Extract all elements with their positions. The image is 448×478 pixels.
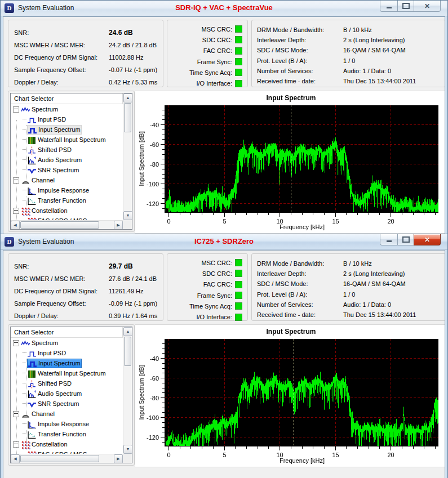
tree-item-constellation[interactable]: Constellation [11,206,123,216]
tree-item-content: Input Spectrum [27,359,82,368]
tree-item-content: Audio Spectrum [27,389,83,399]
status-indicator-green [235,270,242,277]
tree-item-shifted-psd[interactable]: Shifted PSD [11,145,123,155]
info-label: Received time - date: [257,78,343,84]
tree-item-input-psd[interactable]: Input PSD [11,348,123,358]
tree-item-transfer-function[interactable]: Transfer Function [11,429,123,439]
tree-expander-minus-icon[interactable] [13,411,19,417]
tree-expander-minus-icon[interactable] [13,441,19,448]
tree-item-audio-spectrum[interactable]: Audio Spectrum [11,388,123,399]
info-value: Audio: 1 / Data: 0 [343,68,391,74]
scroll-left-button[interactable]: ◀ [11,454,20,463]
tree-item-snr-spectrum[interactable]: SNR Spectrum [11,399,123,409]
maximize-button[interactable] [398,1,414,12]
tree-item-audio-spectrum[interactable]: Audio Spectrum [11,155,123,165]
minimize-button[interactable] [380,1,398,12]
minimize-button[interactable] [380,234,398,245]
tree-item-impulse-response[interactable]: Impulse Response [11,419,123,429]
horizontal-scrollbar[interactable]: ◀▶ [11,454,123,463]
titlebar[interactable]: D System Evaluation IC725 + SDRZero ✕ [1,234,447,250]
tree-item-content: Spectrum [21,105,59,114]
tree-expander-minus-icon[interactable] [13,177,19,184]
tree-item-content: FAC / SDC / MSC [27,450,88,454]
vertical-scrollbar[interactable]: ▲▼ [123,93,132,220]
stat-value: 27.6 dB / 24.1 dB [109,275,157,282]
scroll-right-button[interactable]: ▶ [114,221,123,230]
close-button[interactable]: ✕ [414,234,441,245]
tree-item-waterfall-input-spectrum[interactable]: Waterfall Input Spectrum [11,368,123,378]
tree-item-label: Impulse Response [38,421,89,427]
tree-item-shifted-psd[interactable]: Shifted PSD [11,378,123,388]
tree-guide-stub [22,363,27,364]
tree-expander-minus-icon[interactable] [13,106,19,113]
info-row: SDC / MSC Mode:16-QAM / SM 64-QAM [257,45,443,55]
vertical-scroll-thumb[interactable] [124,103,131,132]
tree-item-content: Transfer Function [27,196,87,206]
info-row: DRM Mode / Bandwidth:B / 10 kHz [257,258,443,269]
tree-rows: SpectrumInput PSDInput SpectrumWaterfall… [11,338,123,454]
horizontal-scroll-thumb[interactable] [20,455,99,462]
scroll-down-button[interactable]: ▼ [123,211,132,220]
plot-x-axis-label: Frequency [kHz] [280,457,325,464]
shifted-psd-icon [27,379,37,388]
tree-item-input-spectrum[interactable]: Input Spectrum [11,358,123,368]
tree-guide-stub [22,129,27,130]
vertical-scrollbar[interactable]: ▲▼ [123,327,132,454]
tree-item-content: Waterfall Input Spectrum [27,135,107,145]
waterfall-icon [27,136,37,144]
scroll-up-button[interactable]: ▲ [123,327,132,336]
tree-item-content: FAC / SDC / MSC [27,216,88,221]
tree-item-fac-sdc-msc[interactable]: FAC / SDC / MSC [11,216,123,220]
scroll-down-button[interactable]: ▼ [123,445,132,454]
maximize-button[interactable] [398,234,414,245]
info-value: 1 / 0 [343,57,355,64]
sync-flags-groupbox: MSC CRC:SDC CRC:FAC CRC:Frame Sync:Time … [167,20,248,87]
scroll-right-button[interactable]: ▶ [114,454,123,463]
tree-item-label: Shifted PSD [38,380,72,387]
close-button[interactable]: ✕ [414,1,441,12]
tree-item-channel[interactable]: Channel [11,175,123,185]
tree-item-constellation[interactable]: Constellation [11,439,123,449]
tree-item-input-psd[interactable]: Input PSD [11,114,123,124]
status-indicator-green [235,69,242,76]
stat-value: 0.39 Hz / 1.64 ms [109,312,157,319]
info-value: B / 10 kHz [343,260,372,267]
info-row: DRM Mode / Bandwidth:B / 10 kHz [257,25,443,35]
tree-item-input-spectrum[interactable]: Input Spectrum [11,124,123,135]
tree-expander-minus-icon[interactable] [13,340,19,346]
tree-item-impulse-response[interactable]: Impulse Response [11,185,123,195]
flag-label: Frame Sync: [197,292,232,299]
stat-label: SNR: [14,29,109,36]
tree-item-label: Input Spectrum [38,126,81,133]
scroll-up-button[interactable]: ▲ [123,93,132,102]
tree-item-spectrum[interactable]: Spectrum [11,338,123,348]
info-row: Interleaver Depth:2 s (Long Interleaving… [257,35,443,45]
horizontal-scrollbar[interactable]: ◀▶ [11,220,123,229]
tree-item-waterfall-input-spectrum[interactable]: Waterfall Input Spectrum [11,135,123,145]
tree-item-spectrum[interactable]: Spectrum [11,104,123,114]
tree-item-snr-spectrum[interactable]: SNR Spectrum [11,165,123,175]
info-label: Prot. Level (B / A): [257,291,343,298]
tree-item-label: Shifted PSD [38,146,72,153]
stat-value: 24.2 dB / 21.8 dB [109,42,157,48]
scroll-left-button[interactable]: ◀ [11,221,20,230]
impulse-response-icon [27,186,37,195]
chart-selector-tree: Chart SelectorSpectrumInput PSDInput Spe… [10,93,132,230]
tree-item-channel[interactable]: Channel [11,409,123,419]
horizontal-scroll-thumb[interactable] [20,221,99,229]
tree-item-transfer-function[interactable]: Transfer Function [11,195,123,206]
input-spectrum-plot [135,91,445,233]
stat-value: 24.6 dB [109,29,133,37]
tree-guide-stub [22,383,27,384]
info-value: Thu Dec 15 13:44:00 2011 [343,78,416,84]
impulse-response-icon [27,420,37,428]
tree-expander-minus-icon[interactable] [13,208,19,214]
info-label: Received time - date: [257,311,343,318]
flag-label: FAC CRC: [203,281,232,288]
stat-label: Sample Frequency Offset: [14,300,109,307]
tree-item-fac-sdc-msc[interactable]: FAC / SDC / MSC [11,449,123,454]
titlebar[interactable]: D System Evaluation SDR-IQ + VAC + Spect… [1,1,447,16]
info-label: Number of Services: [257,301,343,308]
vertical-scroll-thumb[interactable] [124,337,131,366]
window-controls: ✕ [380,1,441,12]
